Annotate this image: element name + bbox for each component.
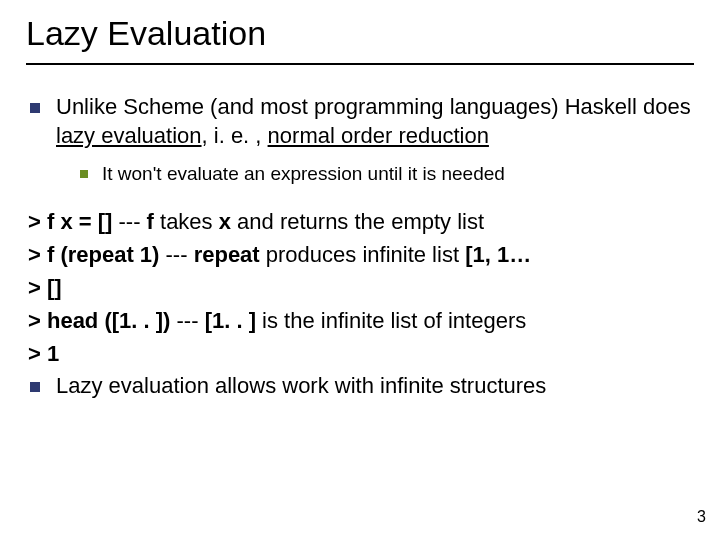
code-bold: x <box>219 209 231 234</box>
bullet-text: Unlike Scheme (and most programming lang… <box>56 93 694 150</box>
code-comment: and returns the empty list <box>231 209 484 234</box>
bullet-level-1: Unlike Scheme (and most programming lang… <box>26 93 694 150</box>
underlined-text: normal order reduction <box>268 123 489 148</box>
code-bold: f <box>147 209 154 234</box>
code-bold: > head ([1. . ]) <box>28 308 177 333</box>
bullet-level-2: It won't evaluate an expression until it… <box>80 162 694 187</box>
code-line: > [] <box>28 271 694 304</box>
bullet-text: Lazy evaluation allows work with infinit… <box>56 372 694 401</box>
bullet-text: It won't evaluate an expression until it… <box>102 162 694 187</box>
code-line: > f x = [] --- f takes x and returns the… <box>28 205 694 238</box>
code-comment: is the infinite list of integers <box>256 308 526 333</box>
page-number: 3 <box>697 508 706 526</box>
code-comment: --- <box>166 242 194 267</box>
code-line: > f (repeat 1) --- repeat produces infin… <box>28 238 694 271</box>
text-run: , i. e. , <box>202 123 268 148</box>
square-bullet-icon <box>80 170 88 178</box>
code-bold: repeat <box>194 242 260 267</box>
code-comment: produces infinite list <box>260 242 465 267</box>
code-bold: [1, 1… <box>465 242 531 267</box>
code-comment: --- <box>118 209 146 234</box>
underlined-text: lazy evaluation <box>56 123 202 148</box>
code-bold: > f (repeat 1) <box>28 242 166 267</box>
text-run: Unlike Scheme (and most programming lang… <box>56 94 691 119</box>
code-bold: [1. . ] <box>205 308 256 333</box>
slide-title: Lazy Evaluation <box>26 14 694 65</box>
code-line: > 1 <box>28 337 694 370</box>
square-bullet-icon <box>30 382 40 392</box>
code-bold: > f x = [] <box>28 209 118 234</box>
code-comment: takes <box>154 209 219 234</box>
slide: Lazy Evaluation Unlike Scheme (and most … <box>0 0 720 540</box>
code-line: > head ([1. . ]) --- [1. . ] is the infi… <box>28 304 694 337</box>
square-bullet-icon <box>30 103 40 113</box>
code-comment: --- <box>177 308 205 333</box>
bullet-level-1: Lazy evaluation allows work with infinit… <box>26 372 694 401</box>
